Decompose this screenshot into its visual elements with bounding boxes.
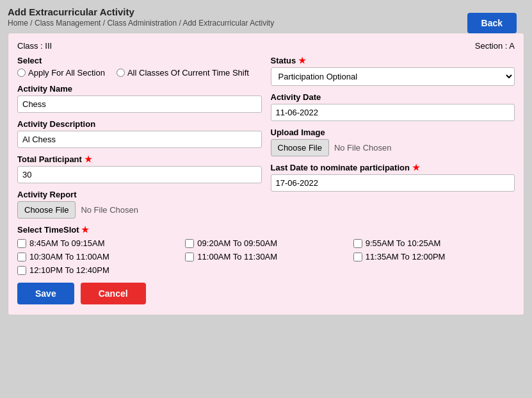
radio-apply-label[interactable]: Apply For All Section (17, 68, 105, 78)
activity-name-label: Activity Name (17, 84, 262, 94)
right-column: Status ★ Participation Optional Particip… (271, 56, 515, 225)
radio-apply-text: Apply For All Section (28, 68, 105, 78)
timeslot-checkbox-1[interactable] (17, 239, 26, 248)
timeslot-checkbox-3[interactable] (353, 239, 362, 248)
timeslot-item-4[interactable]: 10:30AM To 11:00AM (17, 252, 179, 261)
class-value: III (45, 41, 52, 51)
activity-date-group: Activity Date (271, 92, 515, 121)
select-row: Select Apply For All Section All Classes… (17, 56, 262, 78)
activity-report-file-row: Choose File No File Chosen (17, 201, 262, 219)
activity-date-input[interactable] (271, 104, 515, 121)
timeslot-label-7: 12:10PM To 12:40PM (29, 265, 109, 275)
timeslot-label-5: 11:00AM To 11:30AM (197, 252, 277, 261)
timeslot-section: Select TimeSlot ★ 8:45AM To 09:15AM 09:2… (17, 225, 515, 275)
class-section-row: Class : III Section : A (17, 41, 515, 51)
upload-image-label: Upload Image (271, 128, 515, 137)
timeslot-checkbox-2[interactable] (185, 239, 194, 248)
activity-report-group: Activity Report Choose File No File Chos… (17, 190, 262, 219)
activity-report-label: Activity Report (17, 190, 262, 199)
timeslot-item-2[interactable]: 09:20AM To 09:50AM (185, 238, 346, 248)
status-select[interactable]: Participation Optional Participation Man… (271, 67, 515, 86)
status-group: Status ★ Participation Optional Particip… (271, 56, 515, 86)
select-label: Select (17, 56, 262, 65)
last-date-input[interactable] (271, 174, 515, 192)
radio-apply-input[interactable] (17, 69, 26, 77)
no-file-text-1: No File Chosen (334, 143, 392, 153)
timeslot-label-1: 8:45AM To 09:15AM (29, 238, 105, 248)
page-title: Add Extracurricular Activity (8, 6, 524, 17)
activity-name-group: Activity Name (17, 84, 262, 113)
activity-date-label: Activity Date (271, 92, 515, 102)
total-participant-group: Total Participant ★ (17, 154, 262, 183)
timeslot-checkbox-4[interactable] (17, 253, 26, 261)
main-two-col: Select Apply For All Section All Classes… (17, 56, 515, 225)
breadcrumb: Home / Class Management / Class Administ… (8, 19, 524, 28)
no-file-text-2: No File Chosen (81, 205, 138, 215)
cancel-button[interactable]: Cancel (81, 283, 146, 304)
timeslot-item-5[interactable]: 11:00AM To 11:30AM (185, 252, 346, 261)
upload-image-file-row: Choose File No File Chosen (271, 139, 515, 156)
timeslot-label-6: 11:35AM To 12:00PM (366, 252, 446, 261)
radio-all-classes-label[interactable]: All Classes Of Current Time Shift (117, 68, 249, 78)
timeslot-checkbox-5[interactable] (185, 253, 194, 261)
total-participant-label: Total Participant ★ (17, 154, 262, 164)
radio-all-classes-input[interactable] (117, 69, 125, 77)
section-label: Section : (475, 41, 508, 51)
left-column: Select Apply For All Section All Classes… (17, 56, 262, 225)
timeslot-label-3: 9:55AM To 10:25AM (366, 238, 441, 248)
back-button[interactable]: Back (467, 13, 517, 33)
timeslot-label-2: 09:20AM To 09:50AM (197, 238, 277, 248)
radio-all-classes-text: All Classes Of Current Time Shift (127, 68, 249, 78)
last-date-label: Last Date to nominate participation ★ (271, 163, 515, 172)
last-date-group: Last Date to nominate participation ★ (271, 163, 515, 192)
timeslot-checkbox-7[interactable] (17, 266, 26, 275)
timeslot-item-6[interactable]: 11:35AM To 12:00PM (353, 252, 515, 261)
activity-name-input[interactable] (17, 95, 262, 113)
timeslot-label: Select TimeSlot ★ (17, 225, 515, 235)
button-row: Save Cancel (17, 283, 515, 304)
status-label: Status ★ (271, 56, 515, 65)
timeslot-grid: 8:45AM To 09:15AM 09:20AM To 09:50AM 9:5… (17, 238, 515, 275)
upload-image-group: Upload Image Choose File No File Chosen (271, 128, 515, 156)
save-button[interactable]: Save (17, 283, 74, 304)
timeslot-label-4: 10:30AM To 11:00AM (29, 252, 109, 261)
choose-file-button-1[interactable]: Choose File (271, 139, 329, 156)
radio-group: Apply For All Section All Classes Of Cur… (17, 68, 262, 78)
activity-desc-label: Activity Description (17, 119, 262, 129)
choose-file-button-2[interactable]: Choose File (17, 201, 76, 219)
timeslot-item-7[interactable]: 12:10PM To 12:40PM (17, 265, 179, 275)
timeslot-item-3[interactable]: 9:55AM To 10:25AM (353, 238, 515, 248)
class-label: Class : (17, 41, 43, 51)
section-value: A (509, 41, 515, 51)
timeslot-checkbox-6[interactable] (353, 253, 362, 261)
total-participant-input[interactable] (17, 166, 262, 183)
activity-desc-group: Activity Description (17, 119, 262, 148)
form-card: Class : III Section : A Select Apply For… (8, 33, 524, 315)
activity-desc-input[interactable] (17, 131, 262, 148)
timeslot-item-1[interactable]: 8:45AM To 09:15AM (17, 238, 179, 248)
